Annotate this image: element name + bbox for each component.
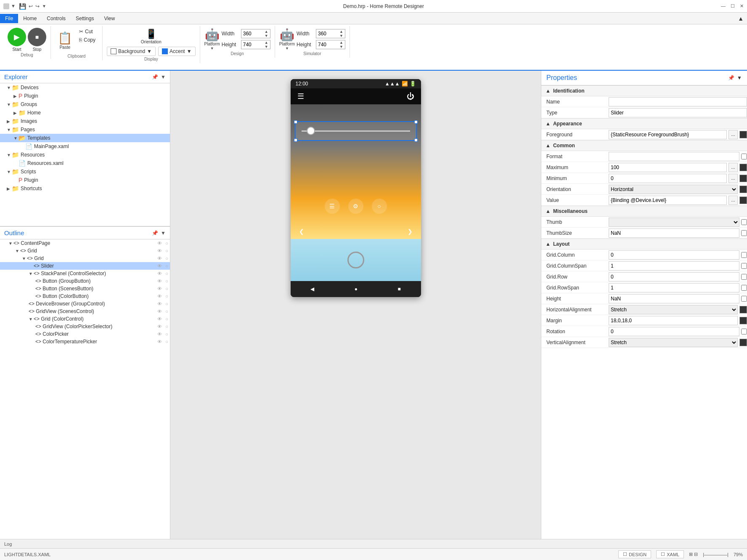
properties-pin-icon[interactable]: 📌	[728, 75, 734, 81]
grid-row-checkbox[interactable]	[741, 274, 747, 280]
foreground-ellipsis-btn[interactable]: …	[728, 130, 738, 139]
outline-content-page[interactable]: ▼ <> ContentPage 👁 ○	[0, 239, 170, 247]
back-btn[interactable]: ◀	[310, 286, 314, 292]
menu-controls[interactable]: Controls	[42, 14, 71, 23]
gcc-more-icon[interactable]: ○	[165, 316, 168, 321]
tree-item-home[interactable]: ▶ 📁 Home	[0, 109, 170, 117]
slider-more-icon[interactable]: ○	[165, 263, 168, 268]
recent-btn[interactable]: ■	[398, 286, 401, 292]
btng-vis-icon[interactable]: 👁	[157, 279, 162, 284]
sim-width-spinner[interactable]: 360 ▲▼	[316, 29, 345, 38]
orientation-button[interactable]: 📱 Orientation	[138, 28, 164, 45]
outline-btn-color[interactable]: <> Button (ColorButton) 👁 ○	[0, 292, 170, 300]
copy-button[interactable]: ⎘ Copy	[77, 36, 98, 44]
gvc-vis-icon[interactable]: 👁	[157, 324, 162, 329]
tree-item-plugin1[interactable]: ▶ P Plugin	[0, 92, 170, 100]
stop-button[interactable]: ■	[28, 28, 46, 46]
save-icon[interactable]: 💾	[19, 3, 26, 10]
outline-more-icon[interactable]: ▼	[161, 230, 166, 236]
menu-file[interactable]: File	[0, 14, 18, 23]
minimize-btn[interactable]: —	[721, 3, 726, 9]
gvc-more-icon[interactable]: ○	[165, 324, 168, 329]
height-input[interactable]	[609, 294, 739, 303]
grid1-vis-icon[interactable]: 👁	[157, 248, 162, 253]
value-ellipsis-btn[interactable]: …	[728, 196, 738, 205]
foreground-color-swatch[interactable]	[739, 131, 747, 138]
horizontal-align-select[interactable]: Stretch Left Center Right	[609, 305, 738, 314]
db-more-icon[interactable]: ○	[165, 301, 168, 306]
vertical-align-color[interactable]	[739, 339, 747, 346]
format-checkbox[interactable]	[741, 154, 747, 159]
outline-btn-scenes[interactable]: <> Button (ScenesButton) 👁 ○	[0, 285, 170, 292]
outline-colorpicker[interactable]: <> ColorPicker 👁 ○	[0, 330, 170, 338]
rotation-input[interactable]	[609, 327, 739, 336]
btnc-vis-icon[interactable]: 👁	[157, 294, 162, 299]
ctp-vis-icon[interactable]: 👁	[157, 339, 162, 344]
more-icon[interactable]: ○	[165, 241, 168, 246]
outline-grid-1[interactable]: ▼ <> Grid 👁 ○	[0, 247, 170, 255]
outline-btn-group[interactable]: <> Button (GroupButton) 👁 ○	[0, 277, 170, 285]
format-input[interactable]	[609, 152, 739, 161]
customize-icon[interactable]: ▼	[42, 4, 46, 8]
sim-height-input[interactable]: 740	[318, 42, 339, 48]
tree-item-mainpage[interactable]: 📄 MainPage.xaml	[0, 142, 170, 151]
outline-stackpanel[interactable]: ▼ <> StackPanel (ControlSelector) 👁 ○	[0, 270, 170, 277]
grid-rowspan-input[interactable]	[609, 283, 739, 292]
close-btn[interactable]: ✕	[740, 3, 744, 9]
tree-item-resources-xaml[interactable]: 📄 Resources.xaml	[0, 159, 170, 167]
ctp-more-icon[interactable]: ○	[165, 339, 168, 344]
visibility-icon[interactable]: 👁	[157, 241, 162, 246]
maximum-ellipsis-btn[interactable]: …	[728, 163, 738, 172]
outline-pin-icon[interactable]: 📌	[152, 230, 158, 236]
db-vis-icon[interactable]: 👁	[157, 301, 162, 306]
grid-row-input[interactable]	[609, 272, 739, 281]
thumbsize-checkbox[interactable]	[741, 230, 747, 236]
sp-vis-icon[interactable]: 👁	[157, 271, 162, 276]
grid2-vis-icon[interactable]: 👁	[157, 256, 162, 261]
design-height-input[interactable]: 740	[243, 42, 264, 48]
grid1-more-icon[interactable]: ○	[165, 248, 168, 253]
tree-item-devices[interactable]: ▼ 📁 Devices	[0, 83, 170, 92]
tree-item-images[interactable]: ▶ 📁 Images	[0, 117, 170, 125]
home-btn[interactable]: ●	[355, 286, 358, 292]
accent-dropdown[interactable]: Accent ▼	[158, 47, 196, 56]
menu-view[interactable]: View	[99, 14, 120, 23]
background-dropdown[interactable]: Background ▼	[107, 47, 156, 56]
gvs-more-icon[interactable]: ○	[165, 309, 168, 314]
start-button[interactable]: ▶	[8, 28, 26, 46]
tree-item-shortcuts[interactable]: ▶ 📁 Shortcuts	[0, 184, 170, 193]
thumbsize-input[interactable]	[609, 228, 739, 238]
outline-slider[interactable]: <> Slider 👁 ○	[0, 262, 170, 270]
redo-icon[interactable]: ↪	[35, 3, 40, 9]
sim-height-spinner[interactable]: 740 ▲▼	[316, 40, 345, 49]
btns-vis-icon[interactable]: 👁	[157, 286, 162, 291]
grid-columnspan-input[interactable]	[609, 261, 739, 271]
tree-item-pages[interactable]: ▼ 📁 Pages	[0, 125, 170, 134]
type-input[interactable]	[609, 108, 747, 117]
xaml-tab[interactable]: ☐ XAML	[656, 550, 684, 558]
outline-gridview-color[interactable]: <> GridView (ColorPickerSelector) 👁 ○	[0, 323, 170, 330]
settings-icon[interactable]: ⚙	[348, 199, 363, 214]
design-height-spinner[interactable]: 740 ▲▼	[241, 40, 270, 49]
explorer-pin-icon[interactable]: 📌	[152, 74, 158, 80]
outline-colortemppicker[interactable]: <> ColorTemperaturePicker 👁 ○	[0, 338, 170, 345]
btng-more-icon[interactable]: ○	[165, 279, 168, 284]
right-arrow[interactable]: ❯	[408, 228, 413, 235]
thumb-select[interactable]	[609, 218, 739, 227]
btnc-more-icon[interactable]: ○	[165, 294, 168, 299]
margin-color-swatch[interactable]	[739, 317, 747, 324]
cut-button[interactable]: ✂ Cut	[77, 28, 98, 35]
value-input[interactable]	[609, 196, 727, 205]
design-height-arrows[interactable]: ▲▼	[265, 40, 268, 49]
vertical-align-select[interactable]: Stretch Top Center Bottom	[609, 338, 738, 347]
btns-more-icon[interactable]: ○	[165, 286, 168, 291]
cp-more-icon[interactable]: ○	[165, 332, 168, 337]
circle-icon[interactable]: ○	[372, 199, 387, 214]
maximum-color-swatch[interactable]	[739, 164, 747, 171]
foreground-input[interactable]	[609, 130, 727, 139]
list-icon[interactable]: ☰	[325, 199, 340, 214]
undo-icon[interactable]: ↩	[29, 3, 33, 9]
outline-grid-colorcontrol[interactable]: ▼ <> Grid (ColorControl) 👁 ○	[0, 315, 170, 323]
explorer-more-icon[interactable]: ▼	[161, 74, 166, 80]
rotation-checkbox[interactable]	[741, 329, 747, 334]
